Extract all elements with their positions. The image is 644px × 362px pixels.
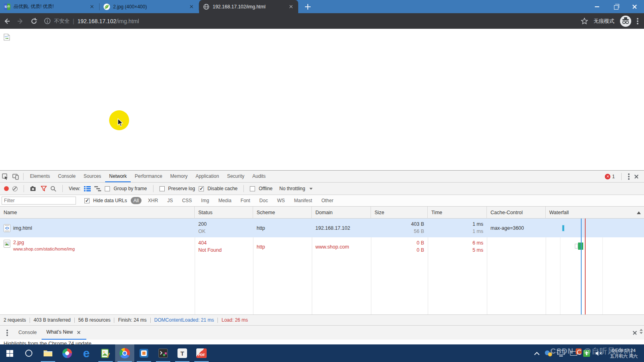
browser-tab-pinyougou[interactable]: 暂停 品优购, 优质! 优质!: [0, 0, 99, 13]
disable-cache-checkbox[interactable]: [199, 186, 204, 191]
devtools-close-icon[interactable]: [634, 174, 639, 179]
device-toolbar-icon[interactable]: [10, 172, 21, 181]
battery-icon[interactable]: [570, 351, 578, 356]
clear-requests-icon[interactable]: [12, 186, 18, 191]
window-minimize-button[interactable]: [588, 0, 606, 13]
filter-type-all[interactable]: All: [131, 197, 142, 204]
window-restore-button[interactable]: [606, 0, 625, 13]
waterfall-waiting-bar-2jpg[interactable]: [575, 244, 578, 249]
incognito-avatar-icon[interactable]: [620, 16, 631, 27]
request-row-imghtml[interactable]: img.html 200OK http 192.168.17.102 403 B…: [0, 219, 644, 237]
console-error-badge[interactable]: 1: [605, 174, 615, 179]
devtools-menu-icon[interactable]: [628, 176, 630, 177]
filter-type-manifest[interactable]: Manifest: [291, 197, 315, 204]
devtools-tab-memory[interactable]: Memory: [166, 171, 191, 182]
filter-type-doc[interactable]: Doc: [257, 197, 271, 204]
updater-icon[interactable]: [583, 350, 590, 357]
drawer-menu-icon[interactable]: [6, 332, 8, 334]
start-button[interactable]: [0, 344, 19, 362]
cloud-sync-icon[interactable]: [545, 350, 552, 356]
preserve-log-checkbox[interactable]: [160, 186, 165, 191]
request-row-2jpg[interactable]: 2.jpg www.shop.com/static/home/img 404No…: [0, 237, 644, 257]
filter-funnel-icon[interactable]: [41, 186, 47, 191]
filter-type-xhr[interactable]: XHR: [145, 197, 161, 204]
forward-button[interactable]: [14, 15, 27, 27]
filter-type-font[interactable]: Font: [238, 197, 253, 204]
devtools-tab-application[interactable]: Application: [191, 171, 223, 182]
filter-type-media[interactable]: Media: [215, 197, 234, 204]
new-tab-button[interactable]: [302, 1, 313, 12]
vmware-icon[interactable]: [134, 344, 154, 362]
filter-type-css[interactable]: CSS: [179, 197, 195, 204]
back-button[interactable]: [0, 15, 14, 27]
request-path: www.shop.com/static/home/img: [13, 247, 75, 251]
browser-tab-imghtml-active[interactable]: 192.168.17.102/img.html: [199, 0, 298, 13]
drawer-scrollbar[interactable]: [640, 329, 643, 334]
reload-button[interactable]: [27, 15, 41, 27]
bookmark-star-icon[interactable]: [581, 18, 588, 25]
column-header-name[interactable]: Name: [0, 207, 195, 219]
devtools-tab-performance[interactable]: Performance: [131, 171, 166, 182]
column-header-cache-control[interactable]: Cache-Control: [487, 207, 546, 219]
scroll-up-icon[interactable]: [640, 329, 643, 331]
column-header-time[interactable]: Time: [428, 207, 487, 219]
throttling-select[interactable]: No throttling: [279, 186, 305, 191]
tab-close-icon[interactable]: [188, 4, 195, 10]
taskbar-clock[interactable]: 06-08 17:24 五月初六 周六: [608, 348, 640, 359]
capture-screenshots-icon[interactable]: [30, 186, 37, 191]
column-header-scheme[interactable]: Scheme: [253, 207, 312, 219]
tab-close-icon[interactable]: [89, 4, 95, 10]
summary-requests: 2 requests: [4, 317, 26, 323]
chevron-down-icon[interactable]: [309, 188, 313, 190]
group-by-frame-checkbox[interactable]: [105, 186, 110, 191]
waterfall-bar-imghtml[interactable]: [562, 225, 564, 231]
info-icon[interactable]: [44, 18, 51, 24]
hide-data-urls-checkbox[interactable]: [84, 198, 90, 203]
pdf-reader-icon[interactable]: PDF: [192, 344, 211, 362]
column-header-domain[interactable]: Domain: [312, 207, 371, 219]
column-header-waterfall[interactable]: Waterfall: [546, 207, 644, 219]
record-button[interactable]: [4, 186, 9, 191]
column-header-status[interactable]: Status: [195, 207, 253, 219]
edge-icon[interactable]: e: [77, 344, 96, 362]
browser-menu-icon[interactable]: [637, 20, 638, 22]
devtools-tab-elements[interactable]: Elements: [26, 171, 54, 182]
filter-type-ws[interactable]: WS: [274, 197, 287, 204]
typora-icon[interactable]: T: [173, 344, 192, 362]
omnibox[interactable]: 不安全 | 192.168.17.102/img.html: [44, 18, 139, 25]
filter-input[interactable]: [2, 197, 76, 205]
search-icon[interactable]: [50, 186, 56, 192]
tray-expand-icon[interactable]: [534, 352, 540, 355]
column-header-size[interactable]: Size: [371, 207, 428, 219]
file-explorer-icon[interactable]: [38, 344, 58, 362]
offline-checkbox[interactable]: [250, 186, 255, 191]
cortana-icon[interactable]: [19, 344, 38, 362]
drawer-close-icon[interactable]: [632, 330, 638, 336]
drawer-tab-whats-new[interactable]: What's New: [42, 326, 86, 340]
scroll-down-icon[interactable]: [640, 332, 643, 334]
inspect-element-icon[interactable]: [0, 172, 10, 181]
image-editor-icon[interactable]: [96, 344, 115, 362]
filter-type-js[interactable]: JS: [164, 197, 175, 204]
devtools-tab-sources[interactable]: Sources: [80, 171, 105, 182]
devtools-tab-security[interactable]: Security: [223, 171, 248, 182]
filter-type-img[interactable]: Img: [198, 197, 212, 204]
network-toolbar: View: Group by frame Preserve log Disabl…: [0, 183, 644, 195]
filter-type-other[interactable]: Other: [319, 197, 336, 204]
terminal-icon[interactable]: [154, 344, 173, 362]
chrome-icon[interactable]: [115, 344, 134, 362]
browser-360-icon[interactable]: [58, 344, 77, 362]
browser-tab-2jpg[interactable]: 2.jpg (400×400): [100, 0, 199, 13]
drawer-tab-console[interactable]: Console: [14, 326, 42, 340]
devtools-tab-console[interactable]: Console: [54, 171, 80, 182]
large-rows-view-icon[interactable]: [84, 186, 91, 191]
network-display-icon[interactable]: [557, 350, 565, 356]
devtools-tab-audits[interactable]: Audits: [248, 171, 269, 182]
overview-view-icon[interactable]: [94, 186, 101, 191]
devtools-tab-network[interactable]: Network: [105, 171, 131, 182]
tab-close-icon[interactable]: [288, 4, 294, 10]
drawer-tab-close-icon[interactable]: [77, 330, 81, 334]
load-marker-line: [585, 219, 586, 314]
volume-muted-icon[interactable]: [595, 350, 602, 356]
window-close-button[interactable]: [625, 0, 644, 13]
